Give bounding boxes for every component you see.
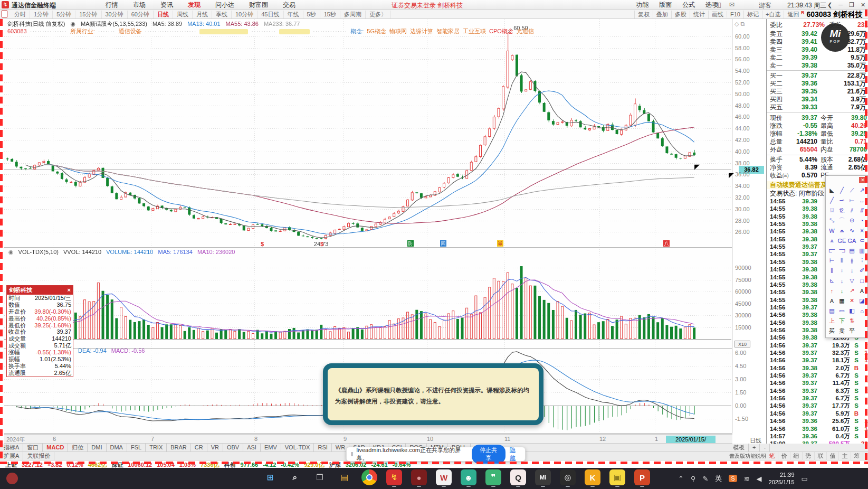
menu-版面[interactable]: 版面 [659,1,672,10]
bottom-panel-tab-联[interactable]: 联 [815,452,827,460]
trade-row[interactable]: 14:5639.376.7万S4 [767,372,868,379]
tab-指标A[interactable]: 指标A [0,444,23,452]
period-15分钟[interactable]: 15分钟 [75,11,101,18]
bid-row[interactable]: 买三39.3521.6万 [767,88,868,96]
draw-tool-icon[interactable]: ⟋ [847,185,857,195]
draw-tool-icon[interactable]: ↓ [837,286,847,296]
draw-tool-icon[interactable]: ╱ [827,195,837,205]
indicator-tab-ASI[interactable]: ASI [243,444,261,452]
draw-tool-icon[interactable]: ▽ [847,276,857,286]
sticky-notes-icon[interactable]: ▣ [609,469,625,485]
draw-tool-icon[interactable]: 卖 [837,326,847,336]
guest-label[interactable]: 游客 [759,1,771,10]
file-explorer-icon[interactable]: ▤ [337,469,352,485]
draw-tool-icon[interactable]: GA [847,236,857,246]
tray-mic-icon[interactable]: ⚲ [691,475,696,483]
period-10分钟[interactable]: 10分钟 [232,11,257,18]
tray-clock[interactable]: 21:392025/1/15 [769,471,795,486]
tray-pen-icon[interactable]: ✎ [702,475,708,483]
draw-tool-icon[interactable]: 买 [827,326,837,336]
concept-光通信[interactable]: 光通信 [517,28,534,34]
green-app-icon[interactable]: ☻ [461,469,476,485]
camera-app-icon[interactable]: ◎ [560,469,576,485]
concept-工业互联[interactable]: 工业互联 [463,28,486,34]
period-5秒[interactable]: 5秒 [303,11,320,18]
indicator-dot-icon[interactable]: ◉ [8,249,14,255]
menu-资讯[interactable]: 资讯 [160,1,173,10]
stop-share-button[interactable]: 停止共享 [472,445,505,464]
tab-归位[interactable]: 归位 [68,444,88,452]
draw-tool-icon[interactable]: ⌒ [837,215,847,225]
draw-tool-icon[interactable]: W [827,225,837,236]
tab-MACD[interactable]: MACD [43,444,68,452]
kc-app-icon[interactable]: K [585,469,600,485]
search-icon[interactable]: ⌕ [287,469,303,485]
draw-tool-icon[interactable]: ⇅ [847,316,857,326]
tray-volume-icon[interactable]: ◀ [757,475,762,483]
ask-row[interactable]: 卖二39.399.5万 [767,54,868,62]
indicator-tab-RSI[interactable]: RSI [314,444,331,452]
industry-value[interactable]: 通信设备 [118,28,141,34]
toolbar-多股[interactable]: 多股 [671,11,690,18]
trade-row[interactable]: 14:5639.3717.7万S1 [767,402,868,409]
period-5分钟[interactable]: 5分钟 [53,11,75,18]
phone-icon[interactable]: ▯ [718,1,721,8]
draw-tool-icon[interactable]: 下 [837,316,847,326]
draw-tool-icon[interactable]: ╱ [837,185,847,195]
menu-财富圈[interactable]: 财富圈 [249,1,268,10]
trade-row[interactable]: 14:5639.3732.3万S17 [767,349,868,356]
period-分时[interactable]: 分时 [11,11,30,18]
draw-tool-icon[interactable]: ⍗ [827,205,837,215]
draw-tool-icon[interactable]: ⩕ [837,225,847,236]
wechat-icon[interactable]: ❞ [485,469,501,485]
tray-s-app-icon[interactable]: S [729,475,737,482]
draw-tool-icon[interactable]: ⊾ [827,276,837,286]
bottom-panel-tab-主[interactable]: 主 [839,452,851,460]
period-多周期[interactable]: 多周期 [340,11,366,18]
hide-share-link[interactable]: 隐藏 [510,446,521,462]
toolbar-叠加[interactable]: 叠加 [653,11,671,18]
powerpoint-icon[interactable]: P [634,469,650,485]
bid-row[interactable]: 买四39.343.9万 [767,96,868,104]
draw-tool-icon[interactable]: A [827,296,837,306]
period-季线[interactable]: 季线 [212,11,232,18]
tray-wifi-icon[interactable]: ≋ [744,475,750,483]
trade-row[interactable]: 14:5639.376.3万S2 [767,387,868,394]
toolbar-返回[interactable]: 返回 [784,11,802,18]
draw-tool-icon[interactable]: 上 [827,316,837,326]
control-模板[interactable]: 模板 [729,444,749,452]
ask-row[interactable]: 卖四39.4132.7万 [767,38,868,46]
period-1分钟[interactable]: 1分钟 [30,11,53,18]
concept-边缘计算[interactable]: 边缘计算 [410,28,433,34]
draw-tool-icon[interactable]: ▤ [827,306,837,316]
trade-row[interactable]: 14:5639.382.0万B5 [767,364,868,372]
pause-icon[interactable]: ‖ [351,451,354,457]
w6-app-icon[interactable]: W [436,469,452,485]
period-年线[interactable]: 年线 [284,11,303,18]
draw-tool-icon[interactable]: ⊢ [827,256,837,266]
bottom-panel-tab-细[interactable]: 细 [790,452,803,460]
ask-row[interactable]: 卖一39.3835.0万 [767,62,868,70]
lizhi-app-icon[interactable]: ● [411,469,427,485]
axis-tools-icons[interactable]: ◇ ⧉ [735,21,745,27]
indicator-tab-VOL-TDX[interactable]: VOL-TDX [281,444,314,452]
bottom-panel-tab-笔[interactable]: 笔 [766,452,778,460]
back-button[interactable]: ❮ [827,2,832,8]
menu-公式[interactable]: 公式 [682,1,695,10]
draw-tool-icon[interactable]: ⤡ [827,215,837,225]
indicator-tab-VR[interactable]: VR [207,444,223,452]
bottom-panel-tab-筹[interactable]: 筹 [851,452,863,460]
menu-市场[interactable]: 市场 [133,1,146,10]
draw-tool-icon[interactable]: ↗ [847,286,857,296]
tab-扩展A[interactable]: 扩展A [0,452,23,460]
menu-功能[interactable]: 功能 [636,1,648,10]
close-button[interactable]: ✕ [861,2,865,8]
trade-row[interactable]: 14:5639.376.7万S1 [767,394,868,402]
toolbar-画线[interactable]: 画线 [708,11,727,18]
headset-icon[interactable]: ⌾ [706,1,710,8]
draw-tool-icon[interactable]: ⩓ [827,236,837,246]
draw-tool-icon[interactable]: ⫵ [847,256,857,266]
indicator-tab-FSL[interactable]: FSL [127,444,146,452]
tab-关联报价[interactable]: 关联报价 [23,452,54,460]
draw-tool-icon[interactable]: ↑ [827,286,837,296]
